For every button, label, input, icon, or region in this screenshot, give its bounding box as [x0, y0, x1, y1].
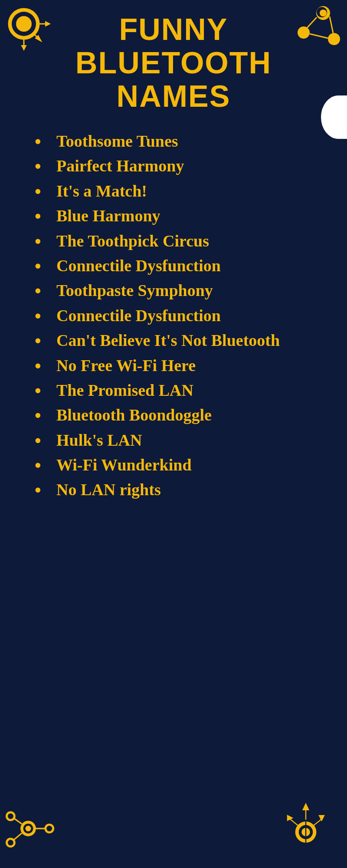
corner-bottom-left-decoration: [0, 799, 69, 868]
svg-point-24: [8, 813, 13, 819]
svg-marker-40: [319, 815, 324, 820]
list-item: It's a Match!: [35, 181, 321, 202]
page-title: FUNNY BLUETOOTH NAMES: [0, 13, 347, 113]
list-item: No LAN rights: [35, 479, 321, 500]
list-item: The Toothpick Circus: [35, 230, 321, 252]
list-item: Wi-Fi Wunderkind: [35, 454, 321, 476]
list-item: Hulk's LAN: [35, 430, 321, 451]
title-line3: NAMES: [117, 79, 231, 113]
svg-point-30: [46, 826, 52, 832]
list-item: Connectile Dysfunction: [35, 305, 321, 326]
svg-line-25: [13, 833, 22, 840]
list-item: Bluetooth Boondoggle: [35, 404, 321, 426]
list-item: Blue Harmony: [35, 205, 321, 227]
bottom-left-bluetooth-icon: [0, 799, 56, 855]
list-item: Toothpaste Symphony: [35, 280, 321, 301]
svg-line-39: [313, 819, 321, 826]
list-item: Can't Believe It's Not Bluetooth: [35, 330, 321, 351]
list-item: No Free Wi-Fi Here: [35, 355, 321, 376]
list-item: Toothsome Tunes: [35, 131, 321, 152]
svg-point-21: [26, 826, 31, 832]
bottom-right-bluetooth-icon: [278, 799, 334, 855]
page-header: FUNNY BLUETOOTH NAMES: [0, 0, 347, 122]
title-line2: BLUETOOTH: [75, 46, 272, 80]
list-item: Pairfect Harmony: [35, 155, 321, 177]
names-list-container: Toothsome Tunes Pairfect Harmony It's a …: [0, 122, 347, 530]
title-line1: FUNNY: [119, 13, 228, 46]
page-container: FUNNY BLUETOOTH NAMES Toothsome Tunes Pa…: [0, 0, 347, 868]
list-item: Connectile Dysfunction: [35, 255, 321, 276]
svg-marker-36: [303, 804, 309, 810]
corner-bottom-right-decoration: [278, 799, 347, 868]
svg-line-37: [290, 819, 298, 826]
bluetooth-names-list: Toothsome Tunes Pairfect Harmony It's a …: [35, 131, 321, 501]
list-item: The Promised LAN: [35, 380, 321, 401]
svg-point-27: [8, 840, 13, 845]
